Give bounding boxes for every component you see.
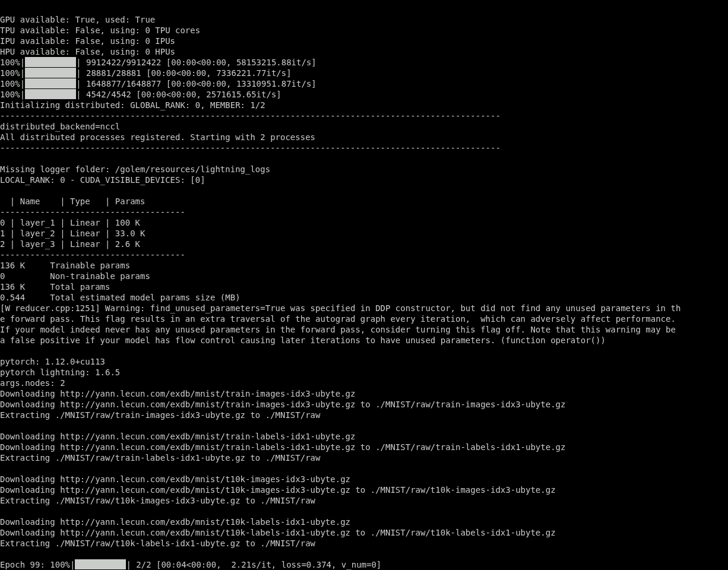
progress-4-stats: | 4542/4542 [00:00<00:00, 2571615.65it/s… bbox=[76, 90, 281, 99]
epoch-prefix: Epoch 99: 100%| bbox=[0, 560, 75, 569]
init-distributed: Initializing distributed: GLOBAL_RANK: 0… bbox=[0, 100, 265, 110]
warning-line: a false positive if your model has flow … bbox=[0, 335, 606, 345]
progress-4-prefix: 100%| bbox=[0, 90, 25, 99]
warning-line: e forward pass. This flag results in an … bbox=[0, 314, 680, 324]
est-size: 0.544 Total estimated model params size … bbox=[0, 293, 240, 302]
download-line: Downloading http://yann.lecun.com/exdb/m… bbox=[0, 432, 355, 441]
total-params: 136 K Total params bbox=[0, 282, 110, 292]
summary-row-1: 1 | layer_2 | Linear | 33.0 K bbox=[0, 229, 145, 238]
warning-line: [W reducer.cpp:1251] Warning: find_unuse… bbox=[0, 303, 680, 313]
progress-1-prefix: 100%| bbox=[0, 58, 25, 67]
nontrainable-params: 0 Non-trainable params bbox=[0, 271, 150, 281]
progress-bar-icon bbox=[25, 78, 76, 88]
divider: ----------------------------------------… bbox=[0, 111, 501, 121]
divider: ----------------------------------------… bbox=[0, 143, 501, 153]
lightning-version: pytorch lightning: 1.6.5 bbox=[0, 368, 120, 377]
distributed-backend: distributed_backend=nccl bbox=[0, 122, 120, 131]
trainable-params: 136 K Trainable params bbox=[0, 261, 130, 270]
summary-row-0: 0 | layer_1 | Linear | 100 K bbox=[0, 218, 140, 227]
ipu-line: IPU available: False, using: 0 IPUs bbox=[0, 36, 175, 46]
extract-line: Extracting ./MNIST/raw/train-images-idx3… bbox=[0, 410, 320, 420]
progress-3-stats: | 1648877/1648877 [00:00<00:00, 13310951… bbox=[76, 79, 316, 88]
progress-3-prefix: 100%| bbox=[0, 79, 25, 88]
extract-line: Extracting ./MNIST/raw/t10k-images-idx3-… bbox=[0, 496, 315, 505]
extract-line: Extracting ./MNIST/raw/train-labels-idx1… bbox=[0, 453, 320, 463]
progress-2-prefix: 100%| bbox=[0, 68, 25, 78]
gpu-line: GPU available: True, used: True bbox=[0, 15, 155, 24]
summary-header: | Name | Type | Params bbox=[0, 197, 145, 206]
progress-bar-icon bbox=[25, 68, 76, 78]
progress-bar-icon bbox=[25, 57, 76, 67]
download-line: Downloading http://yann.lecun.com/exdb/m… bbox=[0, 400, 565, 409]
progress-bar-icon bbox=[25, 89, 76, 99]
args-nodes: args.nodes: 2 bbox=[0, 378, 65, 388]
epoch-stats: | 2/2 [00:04<00:00, 2.21s/it, loss=0.374… bbox=[126, 560, 381, 569]
download-line: Downloading http://yann.lecun.com/exdb/m… bbox=[0, 528, 556, 537]
tpu-line: TPU available: False, using: 0 TPU cores bbox=[0, 26, 200, 35]
hpu-line: HPU available: False, using: 0 HPUs bbox=[0, 47, 175, 56]
missing-logger: Missing logger folder: /golem/resources/… bbox=[0, 164, 270, 174]
progress-2-stats: | 28881/28881 [00:00<00:00, 7336221.77it… bbox=[76, 68, 291, 78]
divider: ------------------------------------- bbox=[0, 250, 185, 259]
download-line: Downloading http://yann.lecun.com/exdb/m… bbox=[0, 485, 556, 495]
progress-bar-icon bbox=[75, 559, 126, 569]
processes-registered: All distributed processes registered. St… bbox=[0, 132, 315, 142]
download-line: Downloading http://yann.lecun.com/exdb/m… bbox=[0, 442, 565, 452]
download-line: Downloading http://yann.lecun.com/exdb/m… bbox=[0, 389, 355, 398]
extract-line: Extracting ./MNIST/raw/t10k-labels-idx1-… bbox=[0, 539, 315, 548]
download-line: Downloading http://yann.lecun.com/exdb/m… bbox=[0, 474, 350, 484]
warning-line: If your model indeed never has any unuse… bbox=[0, 325, 680, 334]
summary-row-2: 2 | layer_3 | Linear | 2.6 K bbox=[0, 239, 140, 249]
pytorch-version: pytorch: 1.12.0+cu113 bbox=[0, 357, 105, 366]
terminal-output: GPU available: True, used: True TPU avai… bbox=[0, 0, 728, 570]
download-line: Downloading http://yann.lecun.com/exdb/m… bbox=[0, 517, 350, 527]
local-rank: LOCAL_RANK: 0 - CUDA_VISIBLE_DEVICES: [0… bbox=[0, 175, 205, 185]
progress-1-stats: | 9912422/9912422 [00:00<00:00, 58153215… bbox=[76, 58, 316, 67]
divider: ------------------------------------- bbox=[0, 207, 185, 217]
